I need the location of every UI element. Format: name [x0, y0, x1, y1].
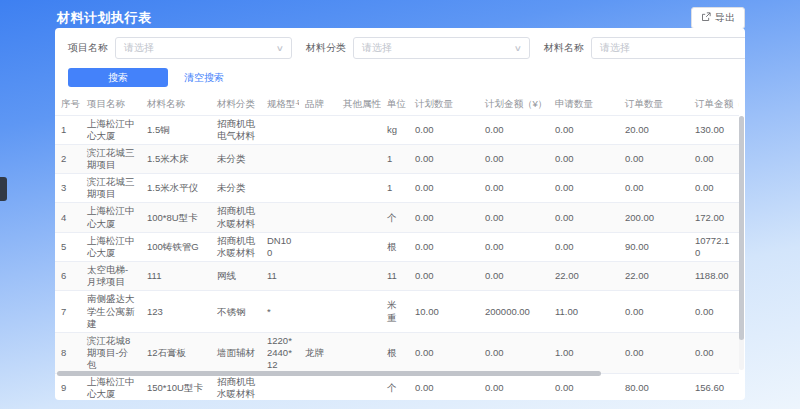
cell-order-qty: 200.00	[619, 203, 689, 232]
cell-plan-qty: 0.00	[409, 232, 479, 261]
cell-material: 111	[141, 262, 211, 291]
materials-table: 序号项目名称材料名称材料分类规格型号品牌其他属性单位计划数量计划金额（¥）申请数…	[55, 95, 739, 400]
material-name-placeholder: 请选择	[600, 41, 630, 55]
cell-order-amount: 0.00	[689, 174, 739, 203]
cell-apply-qty: 22.00	[549, 262, 619, 291]
cell-unit: 米重	[381, 291, 409, 332]
cell-unit: 个	[381, 203, 409, 232]
chevron-down-icon: ∨	[514, 44, 522, 53]
cell-brand	[299, 174, 337, 203]
material-category-label: 材料分类	[306, 41, 346, 55]
cell-attrs	[337, 262, 381, 291]
table-row[interactable]: 7南侧盛达大学生公寓新建123不锈钢*米重10.00200000.0011.00…	[55, 291, 739, 332]
cell-unit: 根	[381, 232, 409, 261]
cell-order-amount: 172.00	[689, 203, 739, 232]
search-button[interactable]: 搜索	[68, 68, 168, 87]
cell-brand	[299, 203, 337, 232]
export-button-label: 导出	[715, 11, 735, 25]
column-header-plan-amount: 计划金额（¥）	[479, 95, 549, 115]
table-row[interactable]: 8滨江花城8期项目-分包12石膏板墙面辅材1220*2440*12龙牌根0.00…	[55, 332, 739, 373]
cell-project: 上海松江中心大厦	[81, 232, 141, 261]
cell-material: 123	[141, 291, 211, 332]
action-row: 搜索 清空搜索	[55, 59, 745, 87]
cell-index: 6	[55, 262, 81, 291]
cell-index: 5	[55, 232, 81, 261]
cell-attrs	[337, 374, 381, 400]
column-header-order-qty: 订单数量	[619, 95, 689, 115]
cell-attrs	[337, 332, 381, 373]
column-header-material: 材料名称	[141, 95, 211, 115]
cell-category: 招商机电 水暖材料	[211, 374, 261, 400]
vertical-scrollbar[interactable]	[739, 116, 744, 370]
vertical-scrollbar-thumb[interactable]	[739, 116, 744, 340]
cell-order-qty: 0.00	[619, 174, 689, 203]
cell-plan-amount: 0.00	[479, 115, 549, 144]
cell-brand	[299, 115, 337, 144]
cell-brand	[299, 144, 337, 173]
table-body: 1上海松江中心大厦1.5铜招商机电 电气材料kg0.000.000.0020.0…	[55, 115, 739, 400]
table-header: 序号项目名称材料名称材料分类规格型号品牌其他属性单位计划数量计划金额（¥）申请数…	[55, 95, 739, 115]
cell-plan-qty: 0.00	[409, 332, 479, 373]
material-name-label: 材料名称	[544, 41, 584, 55]
cell-apply-qty: 0.00	[549, 174, 619, 203]
cell-index: 3	[55, 174, 81, 203]
cell-plan-amount: 0.00	[479, 203, 549, 232]
cell-plan-amount: 0.00	[479, 144, 549, 173]
cell-unit: 1	[381, 174, 409, 203]
table-row[interactable]: 9上海松江中心大厦150*10U型卡招商机电 水暖材料个0.000.000.00…	[55, 374, 739, 400]
material-category-placeholder: 请选择	[362, 41, 392, 55]
cell-project: 上海松江中心大厦	[81, 115, 141, 144]
project-name-label: 项目名称	[68, 41, 108, 55]
page-background: 材料计划执行表 导出 项目名称 请选择 ∨ 材料分类 请选择 ∨	[0, 0, 800, 409]
cell-plan-amount: 0.00	[479, 332, 549, 373]
material-name-select[interactable]: 请选择 ∨	[591, 37, 745, 59]
project-name-select[interactable]: 请选择 ∨	[115, 37, 292, 59]
horizontal-scrollbar-thumb[interactable]	[57, 371, 601, 376]
cell-spec	[261, 374, 299, 400]
cell-plan-qty: 0.00	[409, 203, 479, 232]
cell-plan-qty: 0.00	[409, 115, 479, 144]
cell-project: 滨江花城8期项目-分包	[81, 332, 141, 373]
cell-order-amount: 0.00	[689, 332, 739, 373]
cell-unit: kg	[381, 115, 409, 144]
top-bar: 材料计划执行表 导出	[57, 7, 745, 29]
cell-order-amount: 156.60	[689, 374, 739, 400]
cell-attrs	[337, 291, 381, 332]
table-row[interactable]: 3滨江花城三期项目1.5米水平仪未分类10.000.000.000.000.00	[55, 174, 739, 203]
cell-category: 招商机电 水暖材料	[211, 203, 261, 232]
cell-material: 100铸铁管G	[141, 232, 211, 261]
cell-brand: 龙牌	[299, 332, 337, 373]
cell-material: 12石膏板	[141, 332, 211, 373]
cell-material: 1.5米水平仪	[141, 174, 211, 203]
content-card: 项目名称 请选择 ∨ 材料分类 请选择 ∨ 材料名称 请选择 ∨	[55, 28, 745, 400]
table-row[interactable]: 4上海松江中心大厦100*8U型卡招商机电 水暖材料个0.000.000.002…	[55, 203, 739, 232]
filter-material: 材料名称 请选择 ∨	[544, 37, 745, 59]
cell-order-qty: 20.00	[619, 115, 689, 144]
cell-order-qty: 22.00	[619, 262, 689, 291]
cell-project: 滨江花城三期项目	[81, 144, 141, 173]
cell-plan-amount: 0.00	[479, 262, 549, 291]
cell-category: 网线	[211, 262, 261, 291]
table-row[interactable]: 2滨江花城三期项目1.5米木床未分类10.000.000.000.000.00	[55, 144, 739, 173]
cell-attrs	[337, 115, 381, 144]
cell-index: 9	[55, 374, 81, 400]
horizontal-scrollbar[interactable]	[57, 371, 737, 376]
material-category-select[interactable]: 请选择 ∨	[353, 37, 530, 59]
table-row[interactable]: 1上海松江中心大厦1.5铜招商机电 电气材料kg0.000.000.0020.0…	[55, 115, 739, 144]
cell-index: 1	[55, 115, 81, 144]
filter-project: 项目名称 请选择 ∨	[68, 37, 292, 59]
page-title: 材料计划执行表	[57, 9, 152, 27]
table-zone: 序号项目名称材料名称材料分类规格型号品牌其他属性单位计划数量计划金额（¥）申请数…	[55, 95, 745, 400]
collapsed-sidebar-handle[interactable]	[0, 177, 7, 201]
export-button[interactable]: 导出	[691, 7, 745, 29]
table-row[interactable]: 5上海松江中心大厦100铸铁管G招商机电 水暖材料DN100根0.000.000…	[55, 232, 739, 261]
cell-attrs	[337, 144, 381, 173]
cell-spec	[261, 144, 299, 173]
cell-plan-amount: 0.00	[479, 174, 549, 203]
table-row[interactable]: 6太空电梯-月球项目111网线11110.000.0022.0022.00118…	[55, 262, 739, 291]
cell-apply-qty: 1.00	[549, 332, 619, 373]
column-header-brand: 品牌	[299, 95, 337, 115]
cell-spec: 1220*2440*12	[261, 332, 299, 373]
clear-search-link[interactable]: 清空搜索	[184, 71, 224, 85]
cell-material: 1.5铜	[141, 115, 211, 144]
